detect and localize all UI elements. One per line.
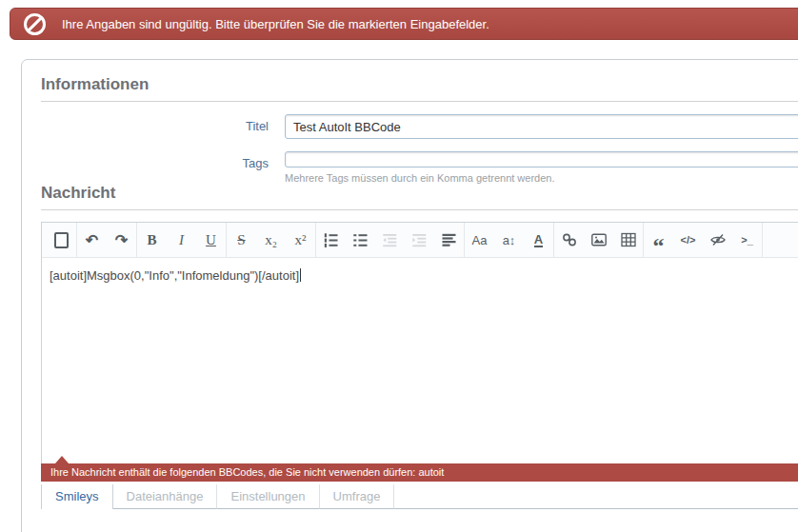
editor-toolbar: ↶ ↷ B I U S x₂ x² [42, 223, 798, 258]
italic-button[interactable]: I [167, 223, 196, 257]
editor-tab-menu: Smileys Dateianhänge Einstellungen Umfra… [41, 484, 798, 509]
error-banner-text: Ihre Angaben sind ungültig. Bitte überpr… [62, 17, 489, 31]
bold-button[interactable]: B [137, 223, 167, 257]
redo-icon: ↷ [115, 231, 128, 249]
image-button[interactable] [584, 223, 613, 257]
bbcode-error-bar: Ihre Nachricht enthält die folgenden BBC… [41, 463, 798, 482]
spoiler-button[interactable] [703, 223, 732, 257]
link-icon [562, 232, 577, 247]
indent-button[interactable] [405, 223, 434, 257]
tab-smileys[interactable]: Smileys [41, 484, 113, 509]
link-button[interactable] [554, 223, 584, 257]
error-banner: Ihre Angaben sind ungültig. Bitte überpr… [10, 8, 798, 40]
tab-dateianhaenge[interactable]: Dateianhänge [113, 484, 218, 509]
redo-button[interactable]: ↷ [107, 223, 136, 257]
superscript-button[interactable]: x² [286, 223, 315, 257]
font-family-icon: Aa [472, 233, 488, 247]
indent-icon [412, 233, 427, 247]
toolbar-separator [762, 223, 763, 257]
tags-hint: Mehrere Tags müssen durch ein Komma getr… [285, 172, 798, 184]
ordered-list-icon [324, 233, 338, 247]
subscript-icon: x₂ [265, 232, 277, 248]
quote-icon: “ [653, 243, 665, 248]
unordered-list-icon [353, 233, 368, 247]
quote-button[interactable]: “ [644, 228, 673, 263]
tab-einstellungen[interactable]: Einstellungen [217, 484, 319, 509]
italic-icon: I [179, 232, 184, 248]
tab-umfrage[interactable]: Umfrage [320, 484, 395, 509]
titel-row: Titel [41, 114, 798, 139]
editor-content[interactable]: [autoit]Msgbox(0,"Info","Infomeldung")[/… [42, 258, 798, 463]
font-family-button[interactable]: Aa [465, 223, 494, 257]
text-caret [300, 268, 301, 282]
terminal-icon: >_ [741, 234, 753, 246]
font-size-button[interactable]: a↕ [494, 223, 524, 257]
tags-row: Tags Mehrere Tags müssen durch ein Komma… [41, 151, 798, 184]
form-panel: Informationen Titel Tags Mehrere Tags mü… [21, 59, 798, 532]
bold-icon: B [147, 232, 156, 248]
titel-input[interactable] [285, 114, 798, 139]
code-button[interactable]: </> [673, 223, 703, 257]
unordered-list-button[interactable] [346, 223, 375, 257]
superscript-icon: x² [295, 232, 307, 248]
strikethrough-button[interactable]: S [227, 223, 256, 257]
alignment-icon [442, 233, 456, 247]
error-pointer-icon [55, 456, 69, 463]
titel-label: Titel [41, 114, 285, 139]
font-color-icon: A [534, 233, 543, 247]
underline-icon: U [206, 232, 216, 248]
font-color-button[interactable]: A [524, 223, 553, 257]
outdent-icon [383, 233, 397, 247]
undo-button[interactable]: ↶ [77, 223, 107, 257]
eye-slash-icon [710, 232, 726, 247]
underline-button[interactable]: U [196, 223, 226, 257]
section-title-nachricht: Nachricht [41, 184, 798, 210]
undo-icon: ↶ [86, 231, 98, 249]
subscript-button[interactable]: x₂ [256, 223, 286, 257]
strikethrough-icon: S [237, 232, 245, 248]
image-icon [591, 232, 607, 247]
table-icon [621, 232, 636, 247]
alignment-button[interactable] [434, 223, 464, 257]
table-button[interactable] [613, 223, 643, 257]
inline-code-button[interactable]: >_ [732, 223, 762, 257]
editor-text: [autoit]Msgbox(0,"Info","Infomeldung")[/… [50, 268, 299, 283]
code-icon: </> [681, 234, 696, 246]
font-size-icon: a↕ [503, 233, 516, 247]
tab-menu-filler [394, 484, 798, 509]
fullscreen-icon [54, 232, 69, 248]
section-title-informationen: Informationen [41, 75, 798, 102]
tags-label: Tags [41, 151, 285, 184]
ordered-list-button[interactable] [316, 223, 346, 257]
message-editor: ↶ ↷ B I U S x₂ x² [41, 222, 798, 463]
bbcode-error-text: Ihre Nachricht enthält die folgenden BBC… [50, 466, 444, 478]
fullscreen-button[interactable] [47, 223, 76, 257]
thread-compose-page: { "error_banner": { "icon": "no-entry-ic… [0, 0, 798, 532]
no-entry-icon [24, 13, 46, 35]
outdent-button[interactable] [375, 223, 405, 257]
tags-input[interactable] [285, 151, 798, 167]
